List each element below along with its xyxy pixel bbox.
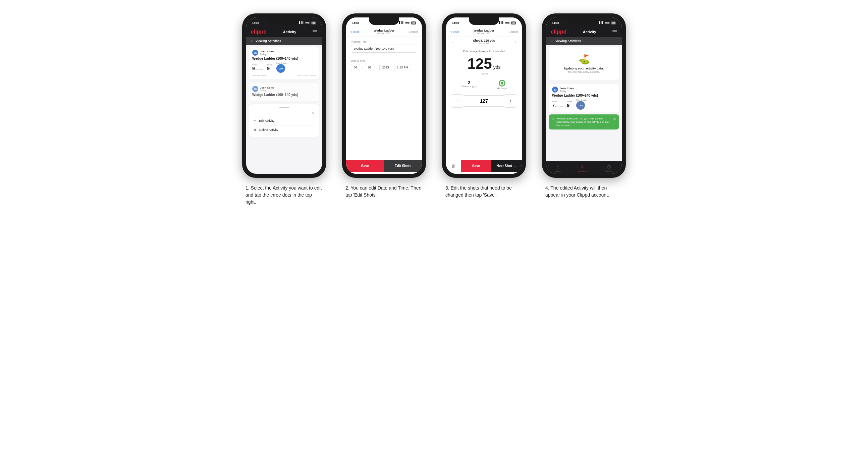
time-4: 14:38 bbox=[552, 22, 559, 25]
user-info-4: Josh Coles Today bbox=[560, 87, 574, 92]
shot-center: Shot 6, 125 yds Score 7/9 bbox=[473, 39, 495, 44]
date-day[interactable]: 06 bbox=[351, 64, 360, 71]
next-shot-btn[interactable]: Next Shot → bbox=[491, 160, 522, 172]
time-2: 14:38 bbox=[352, 22, 359, 25]
delete-shot-btn[interactable]: 🗑 bbox=[446, 160, 461, 172]
hit-target-label: Hit Target bbox=[497, 87, 507, 90]
phone-4-screen: 14:38 ▍▍▍ WiFi 38 clippd Activity bbox=[546, 18, 622, 174]
back-btn-2[interactable]: < Back bbox=[350, 30, 360, 34]
caption-2: 2. You can edit Date and Time. Then tap … bbox=[345, 185, 423, 198]
hit-target-icon bbox=[499, 80, 505, 87]
sq-badge-4: 118 bbox=[576, 101, 585, 110]
date-year[interactable]: 2023 bbox=[379, 64, 392, 71]
phone-1-screen: 14:38 ▍▍▍ WiFi 38 clippd Activity bbox=[246, 18, 322, 174]
cancel-btn-2[interactable]: Cancel bbox=[408, 30, 418, 34]
capture-label: Capture bbox=[605, 170, 613, 173]
card-header-1: JC Josh Coles Today ··· bbox=[252, 50, 316, 56]
activity-card-2[interactable]: JC Josh Coles Today ··· Wedge Ladder (10… bbox=[249, 83, 319, 101]
nav-center-2: Wedge Ladder 06 Mar 2023 bbox=[374, 29, 395, 35]
activity-card-4[interactable]: JC Josh Coles Today ··· Wedge Ladder (10… bbox=[549, 84, 619, 113]
menu-icon-4[interactable] bbox=[613, 31, 617, 34]
three-dots-4[interactable]: ··· bbox=[612, 88, 616, 92]
stepper-plus[interactable]: + bbox=[504, 94, 517, 108]
phone-4: 14:38 ▍▍▍ WiFi 38 clippd Activity bbox=[542, 13, 626, 178]
banner-text-1: Viewing Activities bbox=[255, 39, 281, 42]
stepper-row: − 127 + bbox=[451, 94, 517, 108]
logo-4: clippd bbox=[551, 29, 566, 35]
stepper-input[interactable]: 127 bbox=[464, 95, 504, 107]
logo-1: clippd bbox=[251, 29, 267, 35]
next-shot-arrow[interactable]: → bbox=[513, 39, 517, 44]
user-name-4: Josh Coles bbox=[560, 87, 574, 90]
target-label: Target bbox=[446, 72, 522, 75]
date-sep-2: / bbox=[376, 66, 377, 69]
prev-shot-btn[interactable]: ← bbox=[451, 39, 456, 44]
time-3: 14:39 bbox=[452, 22, 459, 25]
next-shot-label: Next Shot bbox=[496, 164, 512, 168]
three-dots-1[interactable]: ··· bbox=[312, 51, 316, 55]
practice-title-input[interactable]: Wedge Ladder (100–140 yds) bbox=[351, 44, 417, 53]
shot-spacer bbox=[446, 108, 522, 160]
nav-activities[interactable]: ♤ Activities bbox=[578, 164, 588, 173]
status-icons-4: ▍▍▍ WiFi 38 bbox=[599, 22, 616, 25]
notch-1 bbox=[269, 18, 299, 25]
screen4-spacer bbox=[546, 131, 622, 161]
phone-1-wrapper: 14:38 ▍▍▍ WiFi 38 clippd Activity bbox=[239, 13, 329, 206]
shot-score: Score 7/9 bbox=[473, 42, 495, 44]
nav-capture[interactable]: ⊕ Capture bbox=[605, 164, 613, 173]
edit-label-1: Edit Activity bbox=[259, 119, 274, 122]
sq-badge-1: 130 bbox=[276, 64, 285, 73]
bottom-buttons-2: Save Edit Shots bbox=[346, 160, 422, 172]
header-title-4: Activity bbox=[583, 30, 596, 34]
stepper-minus[interactable]: − bbox=[451, 94, 464, 108]
golf-icon: ⛳ bbox=[578, 54, 590, 65]
menu-icon-1[interactable] bbox=[313, 31, 317, 34]
distance-unit: yds bbox=[493, 64, 501, 70]
toast-close-btn[interactable]: ✕ bbox=[613, 117, 616, 121]
save-btn-2[interactable]: Save bbox=[346, 160, 384, 172]
date-month[interactable]: 03 bbox=[365, 64, 374, 71]
nav-center-3: Wedge Ladder 06 Mar 2023 bbox=[473, 29, 494, 35]
score-outof-4: OUT OF bbox=[555, 105, 563, 107]
edit-shots-btn[interactable]: Edit Shots bbox=[384, 160, 422, 172]
shots-group-4: Shots 9 bbox=[567, 101, 572, 108]
shots-value-4: 9 bbox=[567, 103, 572, 108]
time-input[interactable]: 1:13 PM bbox=[394, 64, 411, 71]
sheet-edit-item[interactable]: ✏ Edit Activity bbox=[253, 117, 315, 125]
user-date-2: Today bbox=[260, 89, 274, 92]
score-num-4: 7 bbox=[552, 103, 555, 108]
hit-dot bbox=[501, 82, 503, 85]
save-shot-btn[interactable]: Save bbox=[461, 160, 491, 172]
cancel-btn-3[interactable]: Cancel bbox=[508, 30, 518, 34]
three-dots-2[interactable]: ··· bbox=[312, 87, 316, 91]
phone-2-wrapper: 14:38 ▍▍▍ WiFi 38 < Back Wedge Ladder 06… bbox=[339, 13, 429, 198]
user-date-1: Today bbox=[260, 53, 274, 55]
notch-3 bbox=[469, 18, 499, 25]
form-section-2: Practice Title Wedge Ladder (100–140 yds… bbox=[346, 37, 422, 56]
sq-group-4: Shot Quality 118 bbox=[576, 99, 587, 110]
activity-card-1[interactable]: JC Josh Coles Today ··· Wedge Ladder (10… bbox=[249, 47, 319, 79]
sq-label-4: Shot Quality bbox=[576, 99, 587, 101]
user-row-4: JC Josh Coles Today bbox=[552, 87, 574, 93]
footer-info-1: Test Information bbox=[252, 74, 267, 76]
phone-3: 14:39 ▍▍▍ WiFi 38 < Back Wedge Ladder 06… bbox=[442, 13, 526, 178]
shot-counter-text: Shot 6, 125 yds bbox=[473, 39, 495, 42]
banner-text-4: Viewing Activities bbox=[555, 39, 581, 42]
card-stats-1: Score 9 OUT OF Shots 9 bbox=[252, 62, 316, 73]
phone-3-screen: 14:39 ▍▍▍ WiFi 38 < Back Wedge Ladder 06… bbox=[446, 18, 522, 174]
avatar-4: JC bbox=[552, 87, 558, 93]
score-group-1: Score 9 OUT OF bbox=[252, 64, 263, 71]
back-btn-3[interactable]: < Back bbox=[450, 30, 460, 34]
success-toast: ✓ "Wedge Ladder (100–140 yds)" was updat… bbox=[549, 115, 619, 129]
shot-bottom-buttons: 🗑 Save Next Shot → bbox=[446, 160, 522, 172]
sheet-close-1[interactable]: ✕ bbox=[312, 112, 315, 115]
signal-icon-1: ▍▍▍ bbox=[299, 22, 304, 24]
form-spacer bbox=[346, 74, 422, 160]
user-date-4: Today bbox=[560, 90, 574, 92]
sheet-delete-item[interactable]: 🗑 Delete Activity bbox=[253, 125, 315, 134]
phone-3-wrapper: 14:39 ▍▍▍ WiFi 38 < Back Wedge Ladder 06… bbox=[439, 13, 529, 198]
distance-num: 125 bbox=[467, 55, 492, 72]
app-header-4: clippd Activity bbox=[546, 27, 622, 37]
battery-icon-2: 38 bbox=[411, 22, 416, 25]
nav-home[interactable]: ⌂ Home bbox=[555, 164, 561, 173]
